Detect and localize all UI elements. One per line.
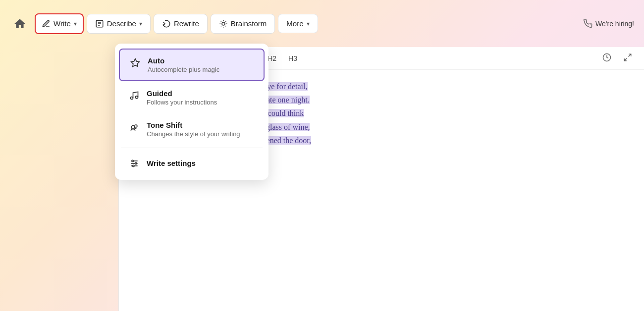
dropdown-divider [121, 148, 263, 148]
tone-desc: Changes the style of your writing [147, 130, 240, 138]
dropdown-item-auto[interactable]: Auto Autocomplete plus magic [119, 49, 265, 81]
dropdown-item-settings[interactable]: Write settings [119, 151, 265, 175]
svg-point-8 [131, 126, 135, 129]
expand-icon[interactable] [619, 51, 636, 65]
brainstorm-label: Brainstorm [231, 19, 267, 28]
describe-label: Describe [107, 19, 136, 28]
history-icon[interactable] [598, 51, 615, 65]
auto-icon [130, 57, 141, 68]
rewrite-button[interactable]: Rewrite [154, 14, 208, 34]
toolbar-buttons: Write ▾ Describe ▾ Rewrite Brainstorm [35, 13, 318, 34]
brainstorm-button[interactable]: Brainstorm [211, 14, 275, 34]
rewrite-label: Rewrite [174, 19, 199, 28]
write-chevron-icon: ▾ [74, 20, 77, 27]
auto-desc: Autocomplete plus magic [148, 66, 219, 73]
guided-title: Guided [147, 89, 217, 98]
auto-title: Auto [148, 56, 219, 65]
h3-button[interactable]: H3 [284, 52, 301, 64]
svg-point-7 [136, 96, 138, 99]
svg-point-15 [133, 165, 134, 166]
tone-text: Tone Shift Changes the style of your wri… [147, 121, 240, 138]
dropdown-item-tone[interactable]: Tone Shift Changes the style of your wri… [119, 114, 265, 145]
svg-point-1 [222, 22, 225, 25]
write-dropdown-menu: Auto Autocomplete plus magic Guided Foll… [115, 44, 268, 180]
hiring-label: We're hiring! [595, 20, 634, 28]
hiring-button[interactable]: We're hiring! [584, 19, 634, 28]
home-icon[interactable] [10, 14, 30, 34]
topbar: Write ▾ Describe ▾ Rewrite Brainstorm [0, 0, 644, 47]
more-chevron-icon: ▾ [307, 20, 310, 27]
svg-marker-5 [131, 59, 140, 67]
toolbar-end [598, 51, 636, 65]
write-label: Write [54, 19, 71, 28]
auto-text: Auto Autocomplete plus magic [148, 56, 219, 73]
svg-line-4 [624, 58, 627, 61]
settings-icon [129, 158, 140, 169]
left-sidebar [0, 47, 119, 311]
more-button[interactable]: More ▾ [278, 14, 318, 33]
describe-button[interactable]: Describe ▾ [87, 14, 151, 34]
svg-line-3 [629, 54, 631, 56]
describe-chevron-icon: ▾ [139, 20, 142, 27]
svg-point-13 [132, 160, 133, 161]
tone-icon [129, 122, 140, 133]
guided-desc: Follows your instructions [147, 99, 217, 106]
more-label: More [286, 19, 303, 28]
svg-point-14 [135, 162, 137, 164]
write-button[interactable]: Write ▾ [35, 13, 84, 34]
guided-text: Guided Follows your instructions [147, 89, 217, 106]
svg-point-6 [131, 97, 133, 100]
guided-icon [129, 90, 140, 101]
tone-title: Tone Shift [147, 121, 240, 129]
dropdown-item-guided[interactable]: Guided Follows your instructions [119, 82, 265, 113]
settings-label: Write settings [147, 159, 196, 167]
